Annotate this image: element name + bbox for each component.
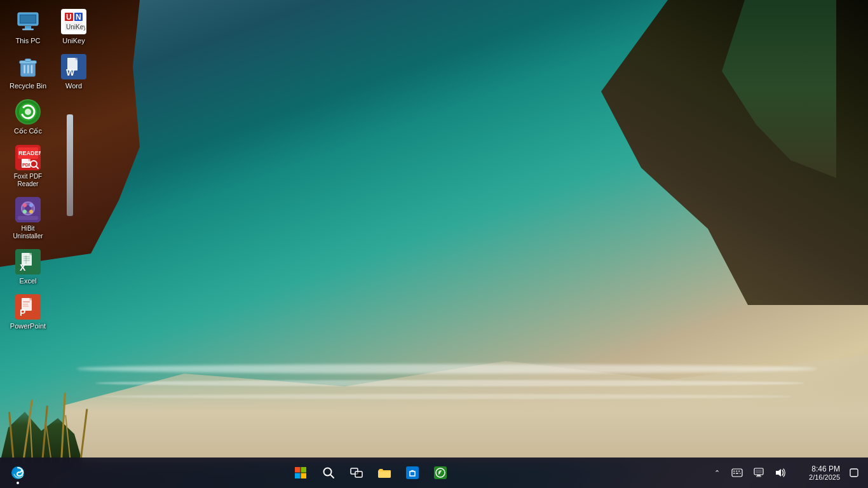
svg-rect-84 (756, 470, 762, 473)
foxit-svg: READER PDF (15, 145, 41, 170)
app-icon-6[interactable] (428, 460, 453, 485)
svg-rect-86 (756, 476, 761, 477)
coccoc-svg (17, 100, 39, 123)
powerpoint-label: PowerPoint (10, 322, 46, 330)
coccoc-label: Cốc Cốc (14, 127, 42, 135)
svg-point-43 (29, 203, 33, 207)
svg-rect-78 (736, 471, 738, 472)
taskbar-center (32, 460, 709, 485)
background-scene (0, 0, 868, 463)
svg-rect-80 (733, 473, 735, 474)
volume-icon-tray[interactable] (771, 461, 789, 484)
taskbar: ⌃ (0, 458, 868, 488)
ppt-svg: P (17, 295, 39, 318)
desktop-icon-foxit[interactable]: READER PDF (5, 141, 51, 192)
svg-point-42 (23, 203, 27, 207)
excel-svg: X (17, 250, 39, 273)
desktop-icon-recycle-bin[interactable]: Recycle Bin (5, 50, 51, 94)
svg-rect-73 (406, 466, 419, 479)
hibit-svg (15, 197, 41, 222)
hibit-icon (15, 197, 41, 222)
svg-point-27 (25, 109, 31, 115)
desktop-icon-unikey[interactable]: U N UniKey UniKey (51, 5, 97, 49)
desktop-icon-powerpoint[interactable]: P PowerPoint (5, 290, 51, 334)
desktop-icon-word[interactable]: W Word (51, 50, 97, 94)
show-hidden-icons-button[interactable]: ⌃ (709, 461, 724, 484)
taskbar-right: ⌃ (709, 461, 868, 484)
svg-rect-3 (22, 29, 34, 30)
notification-icon (850, 468, 858, 477)
clock-area[interactable]: 8:46 PM 2/16/2025 (793, 463, 844, 482)
wave-1 (76, 364, 817, 374)
unikey-svg: U N UniKey (62, 10, 85, 33)
task-view-icon (350, 466, 363, 479)
foxit-label: Foxit PDF Reader (8, 173, 48, 188)
ms-store-button[interactable] (400, 460, 425, 485)
svg-line-70 (330, 475, 334, 478)
recycle-bin-svg (16, 55, 40, 79)
svg-text:UniKey: UniKey (66, 24, 85, 30)
svg-text:N: N (76, 13, 81, 22)
svg-marker-87 (776, 469, 781, 477)
svg-rect-67 (295, 473, 301, 479)
svg-rect-63 (23, 306, 29, 307)
app6-icon (433, 466, 447, 480)
svg-rect-72 (355, 471, 362, 477)
svg-rect-81 (736, 473, 738, 474)
word-label: Word (65, 82, 82, 90)
this-pc-svg (16, 10, 40, 34)
svg-rect-62 (23, 304, 28, 305)
edge-active-indicator (17, 482, 19, 484)
desktop-icon-this-pc[interactable]: This PC (5, 5, 51, 49)
svg-rect-46 (18, 216, 38, 220)
clock-time: 8:46 PM (811, 464, 840, 473)
taskbar-left (0, 460, 32, 485)
word-icon: W (61, 54, 86, 79)
this-pc-icon (15, 9, 41, 34)
svg-rect-15 (24, 65, 25, 73)
hibit-label: HiBit Uninstaller (8, 225, 48, 240)
network-icon-tray[interactable] (750, 461, 768, 484)
excel-label: Excel (20, 277, 37, 285)
svg-text:X: X (20, 262, 26, 273)
recycle-bin-label: Recycle Bin (10, 82, 46, 90)
start-button[interactable] (288, 460, 313, 485)
keyboard-icon (731, 467, 743, 478)
notification-center-button[interactable] (848, 461, 860, 484)
coccoc-icon (15, 99, 41, 125)
foxit-icon: READER PDF (15, 145, 41, 170)
wave-3 (102, 394, 792, 399)
svg-rect-82 (740, 473, 741, 474)
svg-rect-2 (25, 26, 31, 29)
keyboard-layout-indicator[interactable] (728, 461, 746, 484)
chevron-up-icon: ⌃ (714, 469, 720, 477)
task-view-button[interactable] (344, 460, 369, 485)
svg-point-45 (29, 210, 33, 214)
file-explorer-button[interactable] (372, 460, 397, 485)
desktop-icon-hibit[interactable]: HiBit Uninstaller (5, 193, 51, 244)
svg-rect-61 (23, 301, 30, 302)
file-explorer-icon (377, 466, 391, 480)
desktop-icon-coccoc[interactable]: Cốc Cốc (5, 95, 51, 139)
svg-rect-16 (27, 65, 29, 73)
desktop-icon-excel[interactable]: X Excel (5, 245, 51, 289)
search-icon (322, 466, 335, 479)
svg-rect-4 (20, 15, 36, 23)
svg-point-44 (23, 210, 27, 214)
svg-text:READER: READER (18, 150, 41, 156)
svg-rect-88 (850, 469, 858, 477)
ms-store-icon (405, 466, 419, 480)
excel-icon: X (15, 249, 41, 274)
svg-text:P: P (20, 308, 25, 318)
edge-browser-taskbar-icon[interactable] (5, 460, 31, 485)
svg-rect-68 (301, 473, 307, 479)
svg-text:U: U (66, 13, 72, 22)
network-icon (753, 467, 764, 478)
unikey-label: UniKey (62, 37, 85, 45)
svg-rect-79 (738, 471, 740, 472)
volume-icon (775, 467, 786, 478)
svg-text:W: W (66, 67, 75, 78)
search-button[interactable] (316, 460, 341, 485)
recycle-bin-icon (15, 54, 41, 79)
this-pc-label: This PC (15, 37, 40, 45)
